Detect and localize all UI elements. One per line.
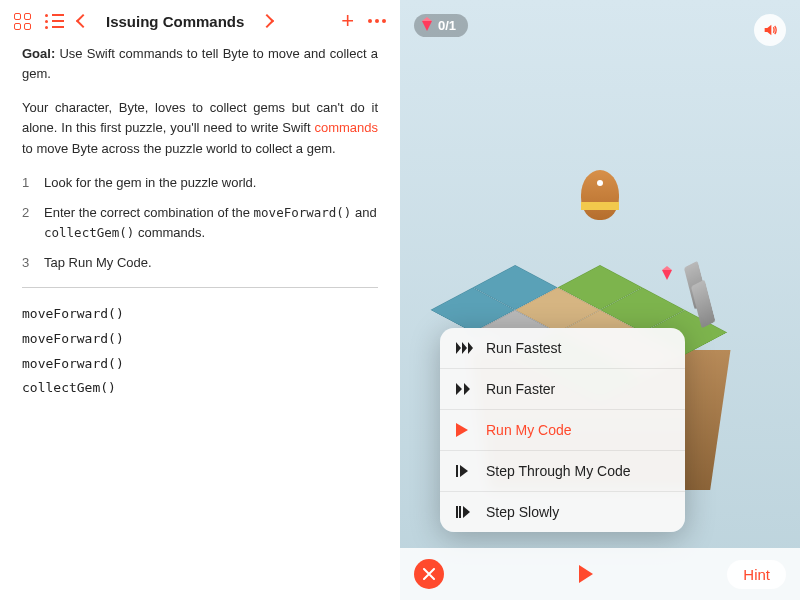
- step-slow-icon: [456, 506, 474, 518]
- page-title: Issuing Commands: [106, 13, 244, 30]
- goal-text: Use Swift commands to tell Byte to move …: [22, 46, 378, 81]
- run-button[interactable]: [579, 565, 593, 583]
- app-root: Issuing Commands + Goal: Use Swift comma…: [0, 0, 800, 600]
- gem-count: 0/1: [438, 18, 456, 33]
- steps-list: Look for the gem in the puzzle world. En…: [22, 173, 378, 274]
- step-icon: [456, 465, 474, 477]
- prev-page-icon[interactable]: [78, 16, 88, 26]
- hint-button[interactable]: Hint: [727, 560, 786, 589]
- svg-rect-0: [456, 465, 458, 477]
- goal-paragraph: Goal: Use Swift commands to tell Byte to…: [22, 44, 378, 84]
- run-item-label: Run My Code: [486, 422, 572, 438]
- run-speed-menu: Run Fastest Run Faster Run My Code Step …: [440, 328, 685, 532]
- editor-pane: Issuing Commands + Goal: Use Swift comma…: [0, 0, 400, 600]
- run-item-label: Step Slowly: [486, 504, 559, 520]
- close-icon: [423, 568, 435, 580]
- fast-forward-2-icon: [456, 383, 474, 395]
- close-menu-button[interactable]: [414, 559, 444, 589]
- step-1: Look for the gem in the puzzle world.: [22, 173, 378, 193]
- step-through-item[interactable]: Step Through My Code: [440, 451, 685, 492]
- run-item-label: Step Through My Code: [486, 463, 631, 479]
- svg-rect-2: [459, 506, 461, 518]
- run-my-code-item[interactable]: Run My Code: [440, 410, 685, 451]
- run-faster-item[interactable]: Run Faster: [440, 369, 685, 410]
- code-line[interactable]: moveForward(): [22, 352, 378, 377]
- step-3: Tap Run My Code.: [22, 253, 378, 273]
- run-item-label: Run Faster: [486, 381, 555, 397]
- world-pane: 0/1 Run: [400, 0, 800, 600]
- step-2: Enter the correct combination of the mov…: [22, 203, 378, 243]
- list-view-icon[interactable]: [45, 14, 64, 29]
- gem-icon: [422, 21, 432, 31]
- code-line[interactable]: collectGem(): [22, 376, 378, 401]
- intro-paragraph: Your character, Byte, loves to collect g…: [22, 98, 378, 158]
- control-bar: Hint: [400, 548, 800, 600]
- code-moveforward: moveForward(): [254, 205, 352, 220]
- add-icon[interactable]: +: [341, 10, 354, 32]
- code-collectgem: collectGem(): [44, 225, 134, 240]
- code-line[interactable]: moveForward(): [22, 327, 378, 352]
- next-page-icon[interactable]: [262, 16, 272, 26]
- step-slowly-item[interactable]: Step Slowly: [440, 492, 685, 532]
- goal-label: Goal:: [22, 46, 55, 61]
- more-icon[interactable]: [368, 19, 386, 23]
- editor-toolbar: Issuing Commands +: [0, 0, 400, 38]
- code-line[interactable]: moveForward(): [22, 302, 378, 327]
- commands-link[interactable]: commands: [314, 120, 378, 135]
- speaker-icon: [762, 22, 778, 38]
- svg-rect-1: [456, 506, 458, 518]
- run-item-label: Run Fastest: [486, 340, 561, 356]
- play-icon: [456, 423, 474, 437]
- separator: [22, 287, 378, 288]
- code-editor[interactable]: moveForward() moveForward() moveForward(…: [22, 302, 378, 401]
- byte-character: [580, 170, 620, 234]
- grid-view-icon[interactable]: [14, 13, 31, 30]
- lesson-content: Goal: Use Swift commands to tell Byte to…: [0, 38, 400, 401]
- run-fastest-item[interactable]: Run Fastest: [440, 328, 685, 369]
- world-gem: [662, 280, 672, 298]
- gem-counter: 0/1: [414, 14, 468, 37]
- fast-forward-3-icon: [456, 342, 474, 354]
- sound-button[interactable]: [754, 14, 786, 46]
